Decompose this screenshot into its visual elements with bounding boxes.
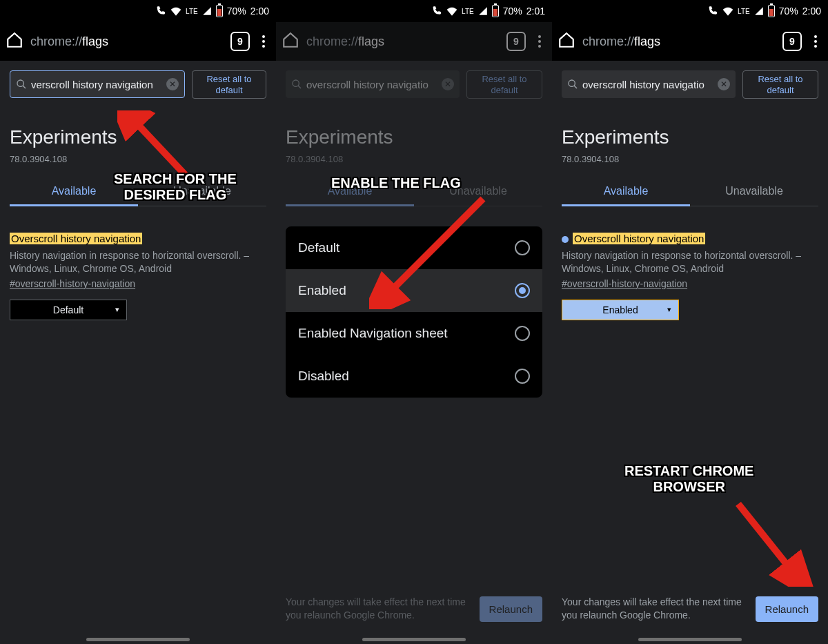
phone-screen-1: LTE 70% 2:00 chrome://flags 9 ✕ Reset al… bbox=[0, 0, 276, 644]
tab-switcher[interactable]: 9 bbox=[506, 32, 526, 51]
relaunch-button[interactable]: Relaunch bbox=[480, 596, 542, 622]
wifi-icon bbox=[722, 6, 733, 17]
tab-unavailable[interactable]: Unavailable bbox=[414, 177, 542, 206]
volte-icon bbox=[707, 6, 718, 17]
relaunch-bar: Your changes will take effect the next t… bbox=[276, 586, 552, 632]
clock: 2:01 bbox=[526, 6, 545, 17]
svg-point-6 bbox=[569, 80, 575, 86]
relaunch-bar: Your changes will take effect the next t… bbox=[552, 586, 828, 632]
tab-unavailable[interactable]: Unavailable bbox=[690, 177, 818, 206]
relaunch-button[interactable]: Relaunch bbox=[756, 596, 818, 622]
page-title: Experiments bbox=[10, 126, 266, 148]
svg-point-3 bbox=[293, 80, 299, 86]
omnibar: chrome://flags 9 bbox=[552, 22, 828, 61]
flag-title: Overscroll history navigation bbox=[10, 233, 142, 244]
flag-hash-link[interactable]: #overscroll-history-navigation bbox=[562, 278, 687, 289]
flag-options-popup: Default Enabled Enabled Navigation sheet… bbox=[286, 226, 542, 398]
wifi-icon bbox=[170, 6, 181, 17]
search-flags-field[interactable] bbox=[306, 79, 437, 90]
option-disabled[interactable]: Disabled bbox=[286, 355, 542, 398]
tab-available[interactable]: Available bbox=[10, 177, 138, 206]
overflow-menu-icon[interactable] bbox=[257, 35, 270, 48]
home-icon[interactable] bbox=[558, 31, 575, 52]
relaunch-message: Your changes will take effect the next t… bbox=[286, 596, 471, 622]
nav-gesture-pill[interactable] bbox=[362, 638, 466, 641]
signal-icon bbox=[202, 6, 212, 16]
home-icon[interactable] bbox=[282, 31, 299, 52]
option-enabled-nav-sheet[interactable]: Enabled Navigation sheet bbox=[286, 312, 542, 355]
search-icon bbox=[291, 79, 302, 90]
battery-icon bbox=[768, 5, 775, 17]
radio-icon bbox=[515, 283, 530, 298]
search-icon bbox=[567, 79, 578, 90]
svg-line-4 bbox=[298, 86, 301, 88]
tab-available[interactable]: Available bbox=[286, 177, 414, 206]
lte-label: LTE bbox=[738, 8, 750, 15]
search-flags-field[interactable] bbox=[31, 79, 162, 90]
volte-icon bbox=[431, 6, 442, 17]
svg-line-7 bbox=[574, 86, 577, 88]
lte-label: LTE bbox=[186, 8, 198, 15]
overflow-menu-icon[interactable] bbox=[533, 35, 546, 48]
flag-title: Overscroll history navigation bbox=[573, 233, 705, 244]
signal-icon bbox=[478, 6, 488, 16]
search-flags-input[interactable]: ✕ bbox=[286, 70, 460, 98]
flag-entry: Overscroll history navigation History na… bbox=[10, 233, 266, 320]
svg-line-1 bbox=[23, 86, 26, 88]
clock: 2:00 bbox=[250, 6, 269, 17]
clear-search-icon[interactable]: ✕ bbox=[166, 78, 179, 90]
tabs: Available Unavailable bbox=[10, 177, 266, 206]
search-flags-field[interactable] bbox=[582, 79, 713, 90]
battery-icon bbox=[216, 5, 223, 17]
battery-percent: 70% bbox=[227, 6, 246, 17]
search-icon bbox=[16, 79, 27, 90]
option-enabled[interactable]: Enabled bbox=[286, 269, 542, 312]
reset-all-button[interactable]: Reset all to default bbox=[192, 70, 266, 99]
option-default[interactable]: Default bbox=[286, 226, 542, 269]
flag-state-select[interactable]: Default bbox=[10, 300, 127, 320]
tab-unavailable[interactable]: Unavailable bbox=[138, 177, 266, 206]
clock: 2:00 bbox=[802, 6, 821, 17]
url-bar[interactable]: chrome://flags bbox=[306, 35, 500, 49]
battery-percent: 70% bbox=[779, 6, 798, 17]
page-title: Experiments bbox=[562, 126, 818, 148]
status-bar: LTE 70% 2:00 bbox=[0, 0, 276, 22]
wifi-icon bbox=[446, 6, 457, 17]
volte-icon bbox=[155, 6, 166, 17]
reset-all-button[interactable]: Reset all to default bbox=[742, 70, 818, 99]
chrome-version: 78.0.3904.108 bbox=[10, 154, 266, 164]
url-bar[interactable]: chrome://flags bbox=[582, 35, 776, 49]
tab-switcher[interactable]: 9 bbox=[230, 32, 250, 51]
status-bar: LTE 70% 2:01 bbox=[276, 0, 552, 22]
flag-hash-link[interactable]: #overscroll-history-navigation bbox=[10, 278, 135, 289]
tab-switcher[interactable]: 9 bbox=[782, 32, 802, 51]
flag-description: History navigation in response to horizo… bbox=[10, 249, 266, 275]
chrome-version: 78.0.3904.108 bbox=[562, 154, 818, 164]
home-icon[interactable] bbox=[6, 31, 23, 52]
nav-gesture-pill[interactable] bbox=[86, 638, 190, 641]
tabs: Available Unavailable bbox=[286, 177, 542, 206]
lte-label: LTE bbox=[462, 8, 474, 15]
radio-icon bbox=[515, 326, 530, 341]
clear-search-icon[interactable]: ✕ bbox=[718, 78, 730, 90]
flag-description: History navigation in response to horizo… bbox=[562, 249, 818, 275]
overflow-menu-icon[interactable] bbox=[809, 35, 822, 48]
omnibar: chrome://flags 9 bbox=[276, 22, 552, 61]
svg-point-0 bbox=[17, 80, 23, 86]
signal-icon bbox=[754, 6, 764, 16]
clear-search-icon[interactable]: ✕ bbox=[442, 78, 454, 90]
flag-state-select[interactable]: Enabled bbox=[562, 300, 679, 320]
phone-screen-3: LTE 70% 2:00 chrome://flags 9 ✕ Reset al… bbox=[552, 0, 828, 644]
relaunch-message: Your changes will take effect the next t… bbox=[562, 596, 747, 622]
status-bar: LTE 70% 2:00 bbox=[552, 0, 828, 22]
radio-icon bbox=[515, 240, 530, 255]
tab-available[interactable]: Available bbox=[562, 177, 690, 206]
reset-all-button[interactable]: Reset all to default bbox=[466, 70, 542, 99]
page-title: Experiments bbox=[286, 126, 542, 148]
omnibar: chrome://flags 9 bbox=[0, 22, 276, 61]
changed-dot-icon bbox=[562, 236, 569, 243]
search-flags-input[interactable]: ✕ bbox=[10, 70, 185, 98]
url-bar[interactable]: chrome://flags bbox=[30, 35, 224, 49]
search-flags-input[interactable]: ✕ bbox=[562, 70, 736, 98]
nav-gesture-pill[interactable] bbox=[638, 638, 742, 641]
